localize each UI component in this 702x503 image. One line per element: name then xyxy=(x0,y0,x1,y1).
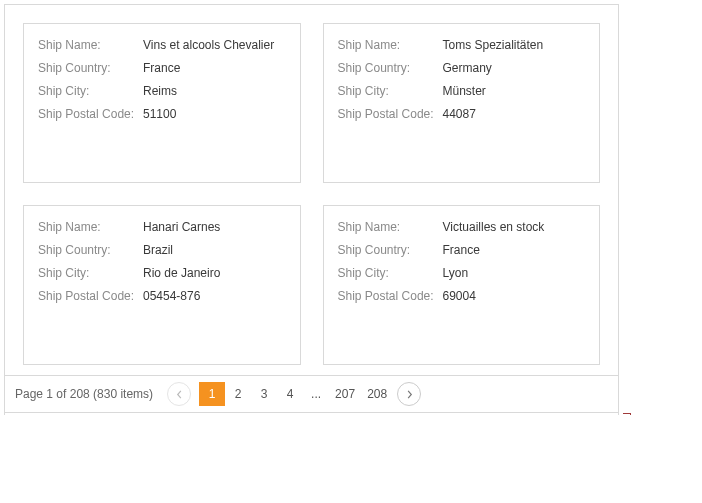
page-number[interactable]: 208 xyxy=(361,382,393,406)
field-label: Ship Name: xyxy=(338,38,443,52)
field-value: 44087 xyxy=(443,107,476,121)
card-row: Ship Country:Brazil xyxy=(38,243,286,257)
page-ellipsis: ... xyxy=(303,382,329,406)
card-row: Ship Name:Toms Spezialitäten xyxy=(338,38,586,52)
field-value: 51100 xyxy=(143,107,176,121)
card-grid: Ship Name:Vins et alcools ChevalierShip … xyxy=(23,23,600,365)
field-value: Germany xyxy=(443,61,492,75)
page-number[interactable]: 1 xyxy=(199,382,225,406)
page-number-list: 1234...207208 xyxy=(199,382,393,406)
field-label: Ship Postal Code: xyxy=(38,107,143,121)
field-label: Ship City: xyxy=(338,266,443,280)
field-label: Ship City: xyxy=(338,84,443,98)
field-value: Münster xyxy=(443,84,486,98)
card-row: Ship Name:Victuailles en stock xyxy=(338,220,586,234)
page-number[interactable]: 4 xyxy=(277,382,303,406)
field-value: Toms Spezialitäten xyxy=(443,38,544,52)
bracket-shape xyxy=(630,413,631,415)
card-row: Ship Postal Code:51100 xyxy=(38,107,286,121)
field-label: Ship Postal Code: xyxy=(338,289,443,303)
field-value: France xyxy=(443,243,480,257)
field-label: Ship Postal Code: xyxy=(38,289,143,303)
card-row: Ship Postal Code:44087 xyxy=(338,107,586,121)
field-value: Brazil xyxy=(143,243,173,257)
field-label: Ship City: xyxy=(38,84,143,98)
field-value: France xyxy=(143,61,180,75)
card-row: Ship Country:France xyxy=(38,61,286,75)
page-number[interactable]: 3 xyxy=(251,382,277,406)
next-page-button[interactable] xyxy=(397,382,421,406)
footer-strip xyxy=(5,412,618,415)
field-label: Ship Postal Code: xyxy=(338,107,443,121)
data-view-container: Ship Name:Vins et alcools ChevalierShip … xyxy=(4,4,619,415)
prev-page-button xyxy=(167,382,191,406)
card-row: Ship City:Münster xyxy=(338,84,586,98)
chevron-left-icon xyxy=(175,390,184,399)
data-card: Ship Name:Victuailles en stockShip Count… xyxy=(323,205,601,365)
field-value: Victuailles en stock xyxy=(443,220,545,234)
page-number[interactable]: 207 xyxy=(329,382,361,406)
card-row: Ship Postal Code:05454-876 xyxy=(38,289,286,303)
field-value: Reims xyxy=(143,84,177,98)
field-label: Ship City: xyxy=(38,266,143,280)
field-value: Rio de Janeiro xyxy=(143,266,220,280)
card-row: Ship Country:France xyxy=(338,243,586,257)
field-label: Ship Country: xyxy=(338,61,443,75)
field-label: Ship Name: xyxy=(338,220,443,234)
field-value: Lyon xyxy=(443,266,469,280)
card-row: Ship City:Reims xyxy=(38,84,286,98)
card-grid-area: Ship Name:Vins et alcools ChevalierShip … xyxy=(5,5,618,375)
card-row: Ship City:Lyon xyxy=(338,266,586,280)
data-card: Ship Name:Hanari CarnesShip Country:Braz… xyxy=(23,205,301,365)
field-value: 05454-876 xyxy=(143,289,200,303)
field-value: 69004 xyxy=(443,289,476,303)
data-card: Ship Name:Vins et alcools ChevalierShip … xyxy=(23,23,301,183)
field-label: Ship Name: xyxy=(38,38,143,52)
status-bar: Page 1 of 208 (830 items) 1234...207208 xyxy=(5,375,618,412)
field-value: Vins et alcools Chevalier xyxy=(143,38,274,52)
card-row: Ship Name:Vins et alcools Chevalier xyxy=(38,38,286,52)
page-info-text: Page 1 of 208 (830 items) xyxy=(15,387,153,401)
field-label: Ship Country: xyxy=(38,61,143,75)
field-label: Ship Country: xyxy=(38,243,143,257)
field-label: Ship Name: xyxy=(38,220,143,234)
field-label: Ship Country: xyxy=(338,243,443,257)
data-card: Ship Name:Toms SpezialitätenShip Country… xyxy=(323,23,601,183)
field-value: Hanari Carnes xyxy=(143,220,220,234)
card-row: Ship Country:Germany xyxy=(338,61,586,75)
card-row: Ship City:Rio de Janeiro xyxy=(38,266,286,280)
page-number[interactable]: 2 xyxy=(225,382,251,406)
card-row: Ship Postal Code:69004 xyxy=(338,289,586,303)
card-row: Ship Name:Hanari Carnes xyxy=(38,220,286,234)
chevron-right-icon xyxy=(405,390,414,399)
